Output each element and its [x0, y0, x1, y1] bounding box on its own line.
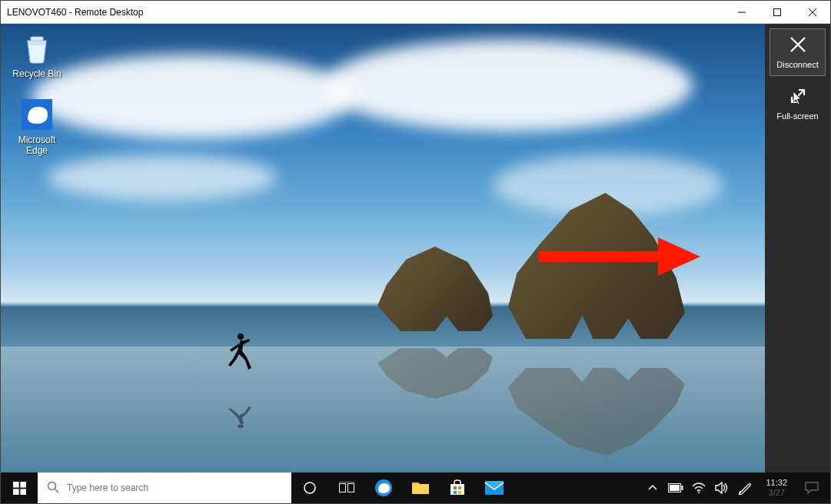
disconnect-button[interactable]: Disconnect: [770, 28, 826, 76]
svg-rect-21: [348, 484, 354, 492]
svg-rect-14: [20, 482, 26, 488]
taskbar-app-store[interactable]: [439, 472, 476, 503]
svg-line-18: [55, 489, 59, 492]
session-side-panel: Disconnect Full-screen: [765, 24, 830, 472]
mail-icon: [484, 480, 504, 496]
svg-rect-24: [450, 484, 464, 495]
svg-rect-20: [340, 484, 346, 492]
chevron-up-icon: [648, 483, 657, 492]
wifi-icon: [692, 482, 706, 493]
remote-desktop-surface: Recycle Bin Microsoft Edge Disconnect: [1, 24, 830, 503]
svg-rect-1: [774, 8, 781, 15]
svg-rect-32: [670, 485, 680, 491]
taskbar-app-file-explorer[interactable]: [402, 472, 439, 503]
taskbar-app-edge[interactable]: [365, 472, 402, 503]
task-view-icon: [339, 482, 354, 494]
fullscreen-label: Full-screen: [776, 111, 818, 121]
svg-marker-9: [658, 237, 700, 276]
notification-icon: [805, 482, 819, 494]
wallpaper: Recycle Bin Microsoft Edge: [1, 24, 765, 472]
svg-rect-31: [682, 486, 683, 490]
close-button[interactable]: [795, 1, 830, 24]
clock-time: 11:32: [766, 478, 787, 488]
tray-network[interactable]: [689, 472, 709, 503]
taskbar-clock[interactable]: 11:32 3/27: [760, 478, 793, 498]
svg-rect-25: [454, 486, 457, 489]
search-icon: [47, 481, 59, 496]
svg-point-4: [238, 333, 244, 340]
cortana-button[interactable]: [291, 472, 328, 503]
tray-battery[interactable]: [666, 472, 686, 503]
tray-volume[interactable]: [712, 472, 732, 503]
svg-rect-26: [458, 486, 461, 489]
edge-icon: [20, 98, 54, 131]
mouse-cursor: [793, 91, 803, 105]
start-button[interactable]: [1, 472, 38, 503]
speaker-icon: [715, 482, 729, 494]
svg-point-19: [304, 482, 315, 493]
svg-rect-28: [458, 491, 461, 494]
desktop-icon-label: Recycle Bin: [12, 68, 61, 79]
store-icon: [449, 479, 466, 496]
close-icon: [787, 34, 809, 60]
desktop-icon-recycle-bin[interactable]: Recycle Bin: [8, 32, 65, 79]
desktop-icon-label: Microsoft Edge: [8, 134, 65, 156]
action-center-button[interactable]: [793, 472, 830, 503]
svg-rect-8: [539, 251, 662, 262]
recycle-bin-icon: [20, 32, 54, 65]
edge-icon: [374, 478, 394, 498]
disconnect-label: Disconnect: [776, 60, 818, 69]
clock-date: 3/27: [769, 488, 785, 498]
taskbar-app-mail[interactable]: [476, 472, 513, 503]
cortana-icon: [303, 481, 317, 495]
folder-icon: [411, 480, 430, 496]
svg-rect-27: [454, 491, 457, 494]
annotation-arrow: [539, 237, 700, 276]
window-title: LENOVOT460 - Remote Desktop: [1, 7, 724, 18]
window-titlebar: LENOVOT460 - Remote Desktop: [1, 1, 830, 24]
svg-point-33: [698, 492, 700, 493]
svg-point-5: [238, 424, 244, 428]
taskbar: Type here to search: [1, 472, 830, 503]
tray-overflow-button[interactable]: [643, 472, 663, 503]
tray-pen[interactable]: [735, 472, 755, 503]
svg-rect-15: [13, 489, 19, 495]
task-view-button[interactable]: [328, 472, 365, 503]
system-tray: [643, 472, 760, 503]
svg-point-17: [48, 482, 56, 489]
battery-icon: [668, 483, 683, 492]
minimize-button[interactable]: [724, 1, 760, 24]
svg-rect-6: [31, 37, 43, 41]
maximize-button[interactable]: [760, 1, 795, 24]
windows-icon: [13, 482, 26, 495]
search-box[interactable]: Type here to search: [38, 472, 291, 503]
svg-rect-13: [13, 482, 19, 488]
pen-icon: [738, 481, 752, 495]
desktop-icon-edge[interactable]: Microsoft Edge: [8, 98, 65, 156]
search-placeholder: Type here to search: [67, 482, 148, 493]
svg-rect-16: [20, 489, 26, 495]
